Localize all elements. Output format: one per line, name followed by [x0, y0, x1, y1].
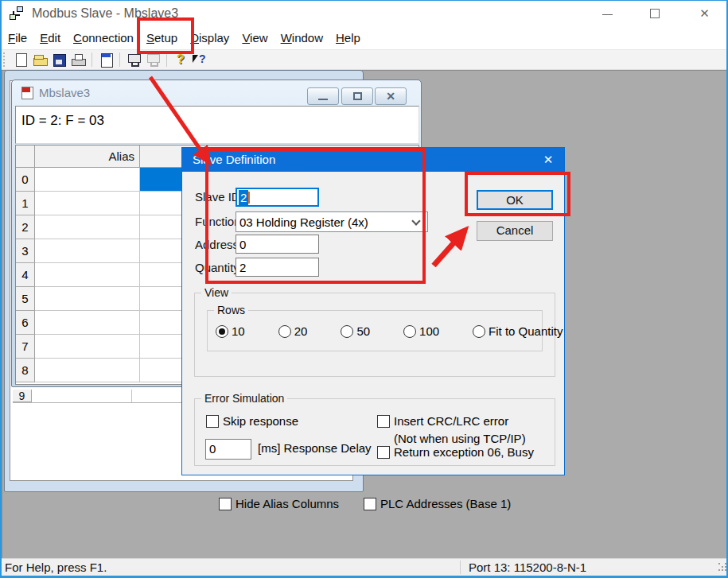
radio-rows-fit-to-quantity[interactable]: Fit to Quantity [473, 324, 563, 338]
grid-row-header[interactable]: 8 [16, 359, 35, 382]
connection-setup-icon[interactable] [125, 52, 142, 68]
new-icon[interactable] [12, 52, 29, 68]
dialog-close-button[interactable]: ✕ [532, 148, 564, 172]
maximize-button[interactable] [637, 0, 673, 27]
menu-item-edit[interactable]: Edit [33, 27, 67, 49]
grid-row-header[interactable]: 3 [16, 239, 35, 263]
restore-icon [353, 92, 362, 100]
rows-group: Rows 102050100Fit to Quantity [207, 310, 543, 351]
grid-cell-alias[interactable] [35, 168, 140, 192]
radio-rows-20[interactable]: 20 [278, 324, 308, 338]
child-restore-button[interactable] [341, 87, 373, 105]
crc-error-checkbox[interactable]: Insert CRC/LRC error [377, 414, 508, 428]
dialog-title[interactable]: Slave Definition [182, 148, 564, 172]
status-help-text: For Help, press F1. [5, 561, 107, 574]
skip-response-checkbox[interactable]: Skip response [206, 414, 298, 428]
alias-column-header[interactable]: Alias [35, 145, 140, 168]
grid-cell-alias[interactable] [35, 311, 140, 335]
checkbox-label: Skip response [223, 414, 298, 428]
radio-icon [341, 325, 353, 338]
child-close-button[interactable]: ✕ [375, 87, 407, 105]
checkbox-label: PLC Addresses (Base 1) [380, 497, 511, 510]
minimize-button[interactable] [589, 0, 625, 27]
radio-label: 20 [294, 324, 308, 338]
grid-row-header[interactable]: 0 [16, 168, 35, 192]
radio-icon [216, 325, 228, 338]
checkbox-label: Return exception 06, Busy [394, 445, 534, 459]
child-window-title: Mbslave3 [39, 80, 90, 105]
radio-rows-50[interactable]: 50 [341, 324, 370, 338]
address-input[interactable]: 0 [236, 235, 319, 254]
plc-addresses-checkbox[interactable]: PLC Addresses (Base 1) [364, 497, 511, 510]
help-icon[interactable] [172, 52, 189, 68]
display-setup-icon[interactable] [97, 52, 115, 68]
grid-row-header[interactable]: 4 [16, 263, 35, 287]
context-help-icon[interactable] [191, 52, 208, 68]
child-minimize-button[interactable] [307, 87, 339, 105]
open-icon[interactable] [31, 52, 49, 68]
cancel-button[interactable]: Cancel [477, 221, 553, 241]
busy-exception-checkbox[interactable]: Return exception 06, Busy [377, 445, 534, 459]
resize-grip-icon[interactable] [718, 563, 720, 564]
checkbox-icon [377, 446, 390, 459]
toolbar [2, 49, 726, 70]
grid-row-header[interactable]: 9 [13, 390, 32, 402]
grid-cell-alias[interactable] [35, 263, 140, 287]
grid-cell-alias[interactable] [35, 359, 140, 382]
menu-item-connection[interactable]: Connection [67, 27, 140, 49]
grid-cell-alias[interactable] [35, 335, 140, 359]
hide-alias-checkbox[interactable]: Hide Alias Columns [219, 497, 339, 510]
menu-item-file[interactable]: File [2, 27, 33, 49]
radio-rows-10[interactable]: 10 [216, 324, 245, 338]
title-bar: Modbus Slave - Mbslave3 ✕ [0, 0, 728, 27]
close-icon: ✕ [386, 90, 395, 103]
grid-cell-alias[interactable] [35, 215, 140, 239]
grid-cell-alias[interactable] [35, 287, 140, 311]
slave-id-display: ID = 2: F = 03 [15, 106, 419, 144]
rows-group-label: Rows [214, 304, 248, 316]
radio-label: Fit to Quantity [489, 324, 563, 338]
menu-item-view[interactable]: View [236, 27, 274, 49]
menu-item-help[interactable]: Help [329, 27, 367, 49]
toolbar-separator [119, 52, 120, 67]
checkbox-icon [377, 415, 390, 428]
status-port-text: Port 13: 115200-8-N-1 [469, 561, 586, 574]
grid-cell-alias[interactable] [35, 192, 140, 215]
checkbox-label: Hide Alias Columns [236, 497, 339, 510]
grid-row-header[interactable]: 7 [16, 335, 35, 359]
chevron-down-icon [411, 216, 420, 225]
menu-item-window[interactable]: Window [274, 27, 329, 49]
grid-row-header[interactable]: 6 [16, 311, 35, 335]
grid-cell-alias[interactable] [35, 239, 140, 263]
function-value: 03 Holding Register (4x) [239, 215, 368, 229]
grid-row-header[interactable]: 1 [16, 192, 35, 215]
modbus-slave-app: Modbus Slave - Mbslave3 ✕ FileEditConnec… [0, 0, 728, 578]
toolbar-separator [91, 52, 92, 67]
radio-label: 50 [356, 324, 370, 338]
save-icon[interactable] [50, 52, 68, 68]
function-dropdown[interactable]: 03 Holding Register (4x) [236, 211, 428, 232]
radio-label: 10 [232, 324, 245, 338]
menu-bar: FileEditConnectionSetupDisplayViewWindow… [2, 27, 726, 49]
minimize-icon [602, 14, 613, 15]
minimize-icon [318, 99, 328, 100]
id-function-text: ID = 2: F = 03 [16, 107, 419, 129]
slave-id-input[interactable]: 2 [236, 188, 319, 207]
status-bar: For Help, press F1. Port 13: 115200-8-N-… [2, 558, 726, 576]
toolbar-grip[interactable] [3, 52, 8, 67]
text-caret [248, 192, 250, 204]
menu-item-setup[interactable]: Setup [140, 27, 184, 49]
selected-text: 2 [239, 190, 248, 205]
document-icon [21, 87, 33, 99]
response-delay-input[interactable]: 0 [205, 439, 251, 460]
close-button[interactable]: ✕ [683, 0, 726, 27]
print-icon[interactable] [69, 52, 87, 68]
grid-row-header[interactable]: 5 [16, 287, 35, 311]
quantity-input[interactable]: 2 [236, 258, 319, 277]
ok-button[interactable]: OK [477, 190, 553, 210]
grid-row-header[interactable]: 2 [16, 215, 35, 239]
slave-definition-dialog: Slave Definition ✕ Slave ID: 2 Function:… [181, 147, 565, 475]
menu-item-display[interactable]: Display [184, 27, 236, 49]
radio-rows-100[interactable]: 100 [403, 324, 439, 338]
window-title: Modbus Slave - Mbslave3 [32, 0, 178, 27]
